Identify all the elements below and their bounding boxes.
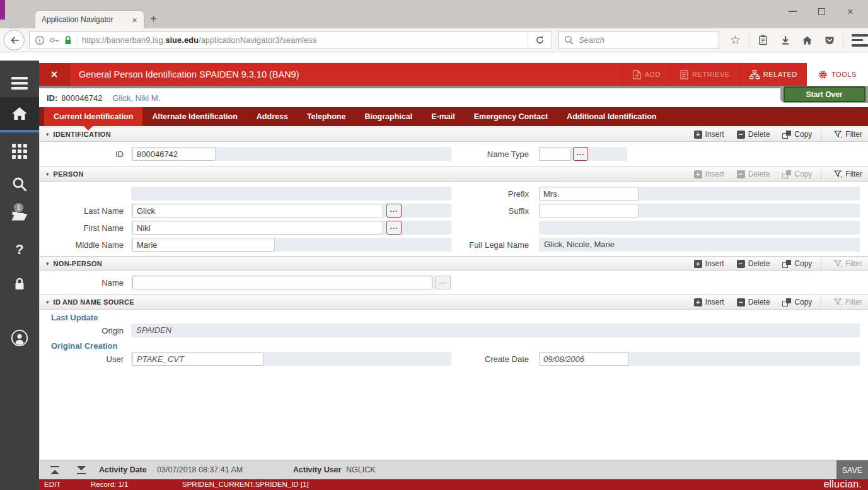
pocket-button[interactable] (818, 31, 840, 50)
tab-current-identification[interactable]: Current Identification (44, 107, 142, 126)
url-bar[interactable]: https://bannerban9.isg.siue.edu/applicat… (29, 31, 552, 49)
sidebar-profile-button[interactable] (0, 325, 39, 351)
insert-button[interactable]: +Insert (694, 298, 724, 306)
section-identification-header[interactable]: ▾ IDENTIFICATION +Insert −Delete Copy Fi… (40, 127, 868, 142)
user-input[interactable] (132, 352, 263, 366)
delete-label: Delete (748, 259, 770, 268)
sidebar-home-button[interactable] (0, 97, 39, 132)
copy-button[interactable]: Copy (782, 298, 812, 306)
tools-button[interactable]: TOOLS (807, 63, 868, 86)
copy-label: Copy (794, 259, 812, 268)
sidebar-recently-opened-button[interactable]: 1 (0, 203, 39, 228)
tools-label: TOOLS (831, 71, 857, 78)
copy-button[interactable]: Copy (782, 170, 812, 178)
new-tab-button[interactable]: + (150, 12, 157, 26)
related-sitemap-icon (749, 70, 760, 79)
id-input[interactable] (132, 147, 216, 161)
last-name-lookup-button[interactable]: ... (386, 204, 402, 218)
tab-alternate-identification[interactable]: Alternate Identification (142, 107, 246, 126)
non-person-lookup-button[interactable]: ... (436, 276, 451, 289)
navbar-divider (843, 33, 843, 47)
secure-lock-icon[interactable] (64, 35, 72, 45)
non-person-name-input[interactable] (132, 276, 432, 289)
original-creation-subheader: Original Creation (51, 341, 117, 351)
insert-button[interactable]: +Insert (694, 259, 724, 268)
name-type-lookup-button[interactable]: ... (573, 147, 588, 161)
permissions-key-icon[interactable] (49, 35, 59, 45)
go-to-bottom-button[interactable] (71, 464, 92, 477)
filter-button[interactable]: Filter (834, 130, 862, 139)
tab-close-icon[interactable]: × (132, 15, 137, 25)
browser-tab[interactable]: Application Navigator × (35, 10, 144, 28)
start-over-button[interactable]: Start Over (784, 86, 865, 102)
suffix-input[interactable] (539, 204, 639, 218)
create-date-input[interactable] (539, 352, 628, 366)
copy-button[interactable]: Copy (782, 130, 812, 139)
window-minimize-button[interactable] (782, 3, 802, 20)
sidebar-signout-button[interactable] (0, 271, 39, 296)
tab-email[interactable]: E-mail (422, 107, 465, 126)
section-person-header[interactable]: ▾ PERSON +Insert −Delete Copy Filter (40, 166, 868, 182)
retrieve-button[interactable]: RETRIEVE (670, 63, 739, 86)
insert-label: Insert (705, 298, 724, 306)
delete-button[interactable]: −Delete (737, 298, 770, 306)
reload-button[interactable] (528, 32, 552, 49)
downloads-button[interactable] (774, 31, 796, 50)
page-info-icon[interactable] (35, 35, 45, 45)
sidebar-menu-button[interactable] (0, 71, 39, 96)
search-bar[interactable] (558, 31, 719, 49)
back-button[interactable] (4, 30, 25, 50)
name-type-input[interactable] (539, 147, 570, 161)
add-button[interactable]: ADD (623, 63, 670, 86)
go-to-top-icon (50, 466, 60, 474)
bookmark-star-button[interactable]: ☆ (724, 31, 746, 50)
sidebar-help-button[interactable]: ? (0, 237, 39, 262)
bookmarks-menu-button[interactable] (752, 31, 774, 50)
close-form-button[interactable]: × (39, 63, 70, 86)
section-non-person-header[interactable]: ▾ NON-PERSON +Insert −Delete Copy Filter (40, 256, 868, 271)
browser-tab-title: Application Navigator (42, 15, 128, 24)
search-input[interactable] (577, 35, 714, 45)
first-name-input[interactable] (132, 221, 383, 235)
collapse-caret-icon[interactable]: ▾ (46, 260, 49, 267)
middle-name-input[interactable] (132, 238, 275, 252)
home-button[interactable] (796, 31, 818, 50)
empty-field-track (539, 221, 860, 235)
tab-emergency-contact[interactable]: Emergency Contact (465, 107, 557, 126)
window-maximize-button[interactable] (811, 3, 831, 20)
prefix-input[interactable] (539, 187, 639, 201)
copy-label: Copy (794, 130, 812, 139)
go-to-top-button[interactable] (44, 464, 66, 477)
url-domain: siue.edu (165, 35, 199, 45)
insert-button[interactable]: +Insert (694, 130, 724, 139)
filter-button[interactable]: Filter (834, 298, 862, 306)
sidebar-applications-button[interactable] (0, 139, 39, 164)
first-name-lookup-button[interactable]: ... (386, 221, 402, 235)
insert-button[interactable]: +Insert (694, 170, 724, 178)
filter-button[interactable]: Filter (834, 259, 862, 268)
delete-button[interactable]: −Delete (737, 130, 770, 139)
save-button[interactable]: SAVE (836, 460, 868, 480)
copy-label: Copy (794, 170, 812, 178)
delete-button[interactable]: −Delete (737, 259, 770, 268)
section-id-name-source-header[interactable]: ▾ ID AND NAME SOURCE +Insert −Delete Cop… (40, 295, 868, 310)
status-bar: EDIT Record: 1/1 SPRIDEN_CURRENT.SPRIDEN… (39, 479, 868, 490)
tab-address[interactable]: Address (247, 107, 298, 126)
tab-telephone[interactable]: Telephone (298, 107, 356, 126)
collapse-caret-icon[interactable]: ▾ (46, 171, 49, 177)
tab-additional-identification[interactable]: Additional Identification (557, 107, 666, 126)
filter-button[interactable]: Filter (834, 170, 862, 178)
record-count: Record: 1/1 (91, 479, 128, 490)
browser-menu-button[interactable] (846, 31, 868, 50)
url-text[interactable]: https://bannerban9.isg.siue.edu/applicat… (82, 35, 523, 45)
delete-button[interactable]: −Delete (737, 170, 770, 178)
collapse-caret-icon[interactable]: ▾ (46, 131, 49, 137)
copy-button[interactable]: Copy (782, 259, 812, 268)
home-icon (802, 35, 813, 45)
collapse-caret-icon[interactable]: ▾ (46, 299, 49, 305)
last-name-input[interactable] (132, 204, 383, 218)
related-button[interactable]: RELATED (739, 63, 807, 86)
tab-biographical[interactable]: Biographical (355, 107, 422, 126)
sidebar-search-button[interactable] (0, 172, 39, 197)
window-close-button[interactable]: × (840, 3, 860, 20)
